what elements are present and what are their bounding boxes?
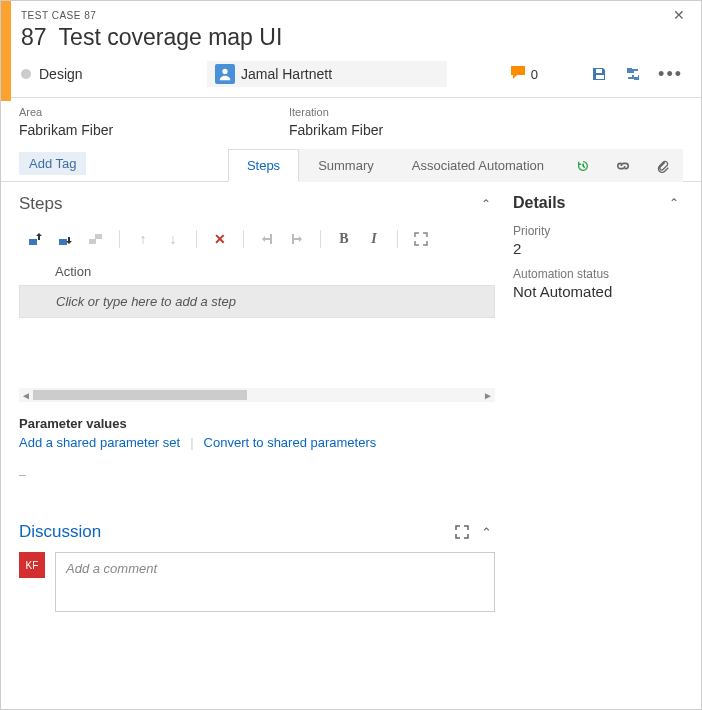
assignee-name: Jamal Hartnett (241, 66, 332, 82)
work-item-dialog: TEST CASE 87 ✕ 87 Test coverage map UI D… (0, 0, 702, 710)
tab-summary[interactable]: Summary (299, 149, 393, 182)
refresh-button[interactable] (624, 65, 642, 83)
details-section-header: Details ⌃ (513, 192, 683, 220)
scroll-left-icon[interactable]: ◄ (19, 390, 33, 401)
discussion-title: Discussion (19, 522, 447, 542)
svg-rect-5 (270, 234, 272, 244)
current-user-avatar: KF (19, 552, 45, 578)
avatar-icon (215, 64, 235, 84)
steps-toolbar: ↑ ↓ ✕ B I (19, 222, 495, 260)
title-row: 87 Test coverage map UI (1, 22, 701, 61)
convert-shared-parameter-link[interactable]: Convert to shared parameters (204, 435, 377, 450)
state-dot-icon (21, 69, 31, 79)
main-column: Steps ⌃ ↑ ↓ ✕ (19, 192, 495, 699)
steps-table-header: Action (19, 260, 495, 283)
move-down-button[interactable]: ↓ (162, 228, 184, 250)
svg-rect-3 (89, 239, 96, 244)
work-item-type-label: TEST CASE 87 (21, 10, 96, 21)
bold-button[interactable]: B (333, 228, 355, 250)
more-menu-button[interactable]: ••• (654, 69, 687, 79)
content-row: Steps ⌃ ↑ ↓ ✕ (1, 182, 701, 709)
iteration-label: Iteration (289, 106, 383, 118)
empty-indicator: – (19, 468, 495, 482)
svg-rect-6 (292, 234, 294, 244)
priority-value[interactable]: 2 (513, 240, 683, 257)
create-shared-steps-button[interactable] (85, 228, 107, 250)
close-button[interactable]: ✕ (667, 5, 691, 25)
discussion-fullscreen-button[interactable] (453, 523, 471, 541)
toolbar-separator (397, 230, 398, 248)
scroll-right-icon[interactable]: ► (481, 390, 495, 401)
header: TEST CASE 87 ✕ (1, 1, 701, 22)
tab-bar: Steps Summary Associated Automation (228, 148, 683, 181)
comment-placeholder: Add a comment (66, 561, 157, 576)
work-item-title[interactable]: Test coverage map UI (59, 24, 283, 51)
steps-section-title: Steps (19, 194, 471, 214)
details-title: Details (513, 194, 659, 212)
discussion-collapse-button[interactable]: ⌃ (477, 523, 495, 541)
parameter-links: Add a shared parameter set | Convert to … (19, 435, 495, 450)
toolbar-separator (320, 230, 321, 248)
tab-attachments[interactable] (643, 149, 683, 182)
discussion-header: Discussion ⌃ (19, 522, 495, 542)
italic-button[interactable]: I (363, 228, 385, 250)
comment-row: KF Add a comment (19, 552, 495, 612)
steps-collapse-button[interactable]: ⌃ (477, 195, 495, 213)
iteration-value[interactable]: Fabrikam Fiber (289, 120, 383, 140)
indent-button[interactable] (286, 228, 308, 250)
comment-icon (511, 66, 527, 83)
add-tag-button[interactable]: Add Tag (19, 152, 86, 175)
comment-input[interactable]: Add a comment (55, 552, 495, 612)
insert-shared-step-button[interactable] (55, 228, 77, 250)
tab-steps[interactable]: Steps (228, 149, 299, 182)
svg-point-0 (222, 69, 227, 74)
area-label: Area (19, 106, 259, 118)
move-up-button[interactable]: ↑ (132, 228, 154, 250)
comment-count-value: 0 (531, 67, 538, 82)
save-button[interactable] (590, 65, 608, 83)
add-step-row[interactable]: Click or type here to add a step (19, 285, 495, 318)
svg-rect-4 (95, 234, 102, 239)
tab-links[interactable] (603, 149, 643, 182)
toolbar-separator (119, 230, 120, 248)
work-item-id: 87 (21, 24, 47, 51)
steps-section-header: Steps ⌃ (19, 192, 495, 222)
outdent-button[interactable] (256, 228, 278, 250)
parameter-values-title: Parameter values (19, 416, 495, 431)
add-shared-parameter-link[interactable]: Add a shared parameter set (19, 435, 180, 450)
scroll-thumb[interactable] (33, 390, 247, 400)
state-field[interactable]: Design (21, 66, 199, 82)
comment-count[interactable]: 0 (511, 66, 538, 83)
delete-step-button[interactable]: ✕ (209, 228, 231, 250)
toolbar-separator (243, 230, 244, 248)
svg-rect-2 (59, 239, 67, 245)
steps-table: Action Click or type here to add a step (19, 260, 495, 318)
fullscreen-button[interactable] (410, 228, 432, 250)
details-column: Details ⌃ Priority 2 Automation status N… (513, 192, 683, 699)
add-step-placeholder: Click or type here to add a step (56, 294, 236, 309)
priority-label: Priority (513, 224, 683, 238)
automation-status-value[interactable]: Not Automated (513, 283, 683, 300)
automation-status-label: Automation status (513, 267, 683, 281)
state-name: Design (39, 66, 83, 82)
column-header-action: Action (55, 264, 91, 279)
tags-tabs-row: Add Tag Steps Summary Associated Automat… (1, 144, 701, 182)
area-value[interactable]: Fabrikam Fiber (19, 120, 259, 140)
insert-step-button[interactable] (25, 228, 47, 250)
svg-rect-1 (29, 239, 37, 245)
link-separator: | (190, 435, 193, 450)
toolbar-separator (196, 230, 197, 248)
tab-history[interactable] (563, 149, 603, 182)
classification-row: Area Fabrikam Fiber Iteration Fabrikam F… (1, 98, 701, 144)
horizontal-scrollbar[interactable]: ◄ ► (19, 388, 495, 402)
details-collapse-button[interactable]: ⌃ (665, 194, 683, 212)
meta-row: Design Jamal Hartnett 0 ••• (1, 61, 701, 97)
tab-associated-automation[interactable]: Associated Automation (393, 149, 563, 182)
assignee-field[interactable]: Jamal Hartnett (207, 61, 447, 87)
